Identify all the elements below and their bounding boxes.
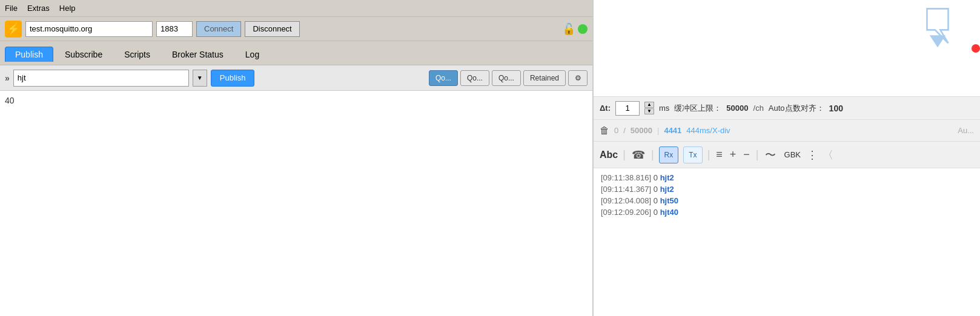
tool-sep-2: | bbox=[651, 148, 654, 161]
settings-button[interactable]: ⚙ bbox=[568, 70, 588, 86]
log-topic-1: hjt2 bbox=[660, 185, 674, 194]
stats-bar: 🗑 0 / 50000 | 4441 444ms/X-div Au... bbox=[594, 120, 980, 142]
stat-auto: Au... bbox=[958, 126, 974, 135]
log-time-3: [09:12:09.206] bbox=[601, 208, 651, 217]
menu-extras[interactable]: Extras bbox=[27, 4, 50, 13]
red-dot bbox=[972, 44, 980, 53]
arrow-icon[interactable]: » bbox=[5, 73, 10, 83]
stat-bar: | bbox=[657, 126, 659, 135]
controls-bar: Δt: ▲ ▼ ms 缓冲区上限： 50000 /ch Auto点数对齐： 10… bbox=[594, 97, 980, 120]
encoding-label: GBK bbox=[784, 150, 801, 159]
ms-label: ms bbox=[659, 104, 669, 113]
lightning-icon: ⚡ bbox=[5, 21, 22, 38]
log-qos-val-2: 0 bbox=[654, 196, 658, 205]
qos-buttons: Qo... Qo... Qo... Retained ⚙ bbox=[429, 70, 588, 86]
more-button[interactable]: ⋮ bbox=[807, 148, 818, 162]
log-qos-val-1: 0 bbox=[654, 185, 658, 194]
topic-input[interactable] bbox=[13, 70, 189, 87]
connection-status: 🔓 bbox=[562, 22, 588, 36]
log-time-0: [09:11:38.816] bbox=[601, 173, 651, 182]
tx-button[interactable]: Tx bbox=[683, 146, 702, 163]
minus-icon[interactable]: − bbox=[742, 147, 751, 162]
svg-marker-0 bbox=[930, 35, 945, 47]
tabs: Publish Subscribe Scripts Broker Status … bbox=[0, 41, 592, 65]
tool-sep-4: | bbox=[756, 148, 759, 161]
buffer-value: 50000 bbox=[726, 104, 748, 113]
log-topic-3: hjt40 bbox=[660, 208, 678, 217]
stat-received: 4441 bbox=[664, 126, 681, 135]
status-dot bbox=[578, 24, 588, 34]
topic-dropdown[interactable]: ▼ bbox=[193, 70, 207, 87]
message-content: 40 bbox=[5, 96, 15, 105]
tab-subscribe[interactable]: Subscribe bbox=[55, 47, 113, 62]
align-icon[interactable]: ≡ bbox=[715, 147, 724, 162]
buffer-label: 缓冲区上限： bbox=[674, 103, 721, 114]
menu-help[interactable]: Help bbox=[59, 4, 76, 13]
rx-button[interactable]: Rx bbox=[659, 146, 679, 163]
tab-log[interactable]: Log bbox=[235, 47, 270, 62]
message-area[interactable]: 40 bbox=[0, 91, 592, 316]
spinner-down[interactable]: ▼ bbox=[644, 108, 654, 114]
log-time-2: [09:12:04.008] bbox=[601, 196, 651, 205]
spinner-up[interactable]: ▲ bbox=[644, 102, 654, 108]
per-ch-label: /ch bbox=[753, 104, 764, 113]
qos2-button[interactable]: Qo... bbox=[492, 70, 521, 86]
chart-area bbox=[594, 0, 980, 97]
publish-button[interactable]: Publish bbox=[211, 70, 255, 87]
tab-broker-status[interactable]: Broker Status bbox=[162, 47, 234, 62]
retained-button[interactable]: Retained bbox=[523, 70, 566, 86]
qos1-button[interactable]: Qo... bbox=[460, 70, 489, 86]
log-time-1: [09:11:41.367] bbox=[601, 185, 651, 194]
disconnect-button[interactable]: Disconnect bbox=[245, 21, 299, 37]
trash-icon[interactable]: 🗑 bbox=[600, 125, 609, 136]
auto-label: Auto点数对齐： bbox=[769, 103, 824, 114]
port-input[interactable] bbox=[156, 21, 193, 37]
menu-file[interactable]: File bbox=[5, 4, 18, 13]
delta-t-input[interactable] bbox=[615, 101, 640, 116]
wave-icon[interactable]: 〜 bbox=[764, 146, 777, 163]
log-entry-2: [09:12:04.008] 0 hjt50 bbox=[601, 196, 973, 205]
tool-sep-3: | bbox=[707, 148, 710, 161]
log-area: [09:11:38.816] 0 hjt2 [09:11:41.367] 0 h… bbox=[594, 168, 980, 316]
stat-total: 50000 bbox=[631, 126, 652, 135]
stat-index: 0 bbox=[614, 126, 618, 135]
toolbar: Abc | ☎ | Rx Tx | ≡ + − | 〜 GBK ⋮ 〈 bbox=[594, 142, 980, 168]
delta-t-spinner: ▲ ▼ bbox=[644, 102, 654, 114]
chevron-icon[interactable]: 〈 bbox=[823, 148, 833, 162]
menu-bar: File Extras Help bbox=[0, 0, 592, 17]
log-entry-1: [09:11:41.367] 0 hjt2 bbox=[601, 185, 973, 194]
stat-rate: 444ms/X-div bbox=[686, 126, 730, 135]
auto-value: 100 bbox=[829, 104, 843, 113]
left-panel: File Extras Help ⚡ Connect Disconnect 🔓 … bbox=[0, 0, 594, 316]
connect-button[interactable]: Connect bbox=[196, 21, 241, 37]
phone-icon[interactable]: ☎ bbox=[631, 147, 646, 163]
host-input[interactable] bbox=[25, 21, 153, 37]
publish-bar: » ▼ Publish Qo... Qo... Qo... Retained ⚙ bbox=[0, 65, 592, 91]
log-qos-val-0: 0 bbox=[654, 173, 658, 182]
tab-scripts[interactable]: Scripts bbox=[114, 47, 161, 62]
tool-sep-1: | bbox=[623, 148, 626, 161]
stat-separator: / bbox=[623, 126, 626, 135]
lock-icon: 🔓 bbox=[562, 22, 575, 36]
right-panel: Δt: ▲ ▼ ms 缓冲区上限： 50000 /ch Auto点数对齐： 10… bbox=[594, 0, 980, 316]
connection-bar: ⚡ Connect Disconnect 🔓 bbox=[0, 17, 592, 41]
plus-icon[interactable]: + bbox=[729, 147, 738, 162]
tab-publish[interactable]: Publish bbox=[5, 47, 53, 62]
log-qos-val-3: 0 bbox=[654, 208, 658, 217]
chart-arrow-icon bbox=[919, 6, 956, 48]
log-entry-3: [09:12:09.206] 0 hjt40 bbox=[601, 208, 973, 217]
log-topic-0: hjt2 bbox=[660, 173, 674, 182]
log-topic-2: hjt50 bbox=[660, 196, 678, 205]
delta-t-label: Δt: bbox=[600, 104, 611, 113]
qos0-button[interactable]: Qo... bbox=[429, 70, 458, 86]
abc-label: Abc bbox=[600, 150, 618, 160]
log-entry-0: [09:11:38.816] 0 hjt2 bbox=[601, 173, 973, 182]
